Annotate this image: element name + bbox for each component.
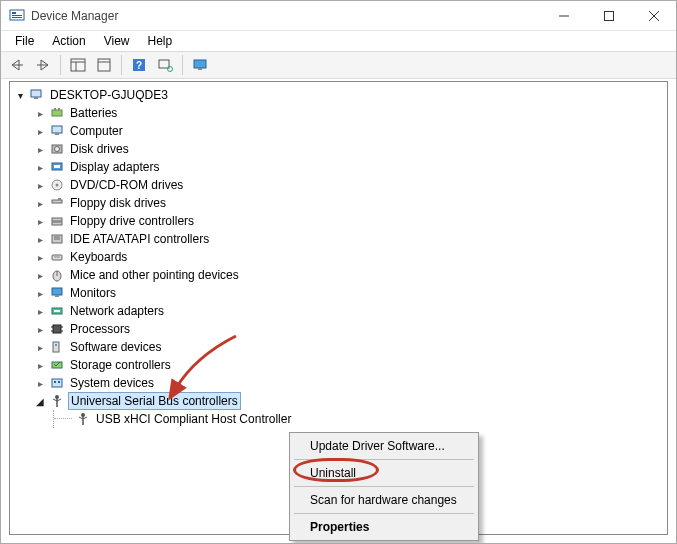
ide-ata-icon [49,231,65,247]
expand-icon[interactable]: ▸ [34,162,46,173]
collapse-icon[interactable]: ◢ [34,396,46,407]
expand-icon[interactable]: ▸ [34,360,46,371]
menubar: File Action View Help [1,31,676,51]
svg-point-33 [56,184,59,187]
expand-icon[interactable]: ▸ [34,270,46,281]
svg-rect-31 [54,165,60,168]
expand-icon[interactable]: ▸ [34,144,46,155]
tree-category-monitors[interactable]: ▸Monitors [12,284,665,302]
floppy-disk-icon [49,195,65,211]
tree-category-label: Batteries [68,105,119,121]
help-button[interactable]: ? [127,54,151,76]
tree-category-label: Software devices [68,339,163,355]
svg-rect-2 [12,15,22,16]
tree-category-usb[interactable]: ◢ Universal Serial Bus controllers [12,392,665,410]
svg-rect-23 [52,110,62,116]
tree-device-usb-xhci[interactable]: USB xHCI Compliant Host Controller [54,410,665,428]
titlebar: Device Manager [1,1,676,31]
tree-category-mice[interactable]: ▸Mice and other pointing devices [12,266,665,284]
tree-category-batteries[interactable]: ▸Batteries [12,104,665,122]
svg-rect-19 [194,60,206,68]
tree-category-label: Keyboards [68,249,129,265]
menu-view[interactable]: View [96,32,138,50]
tree-category-floppy-controller[interactable]: ▸Floppy drive controllers [12,212,665,230]
svg-rect-59 [58,381,60,383]
processors-icon [49,321,65,337]
expand-icon[interactable]: ▸ [34,324,46,335]
tree-category-software[interactable]: ▸Software devices [12,338,665,356]
toolbar-separator [121,55,122,75]
tree-category-dvd-cdrom[interactable]: ▸DVD/CD-ROM drives [12,176,665,194]
svg-rect-57 [52,379,62,387]
menu-help[interactable]: Help [140,32,181,50]
tree-category-label: Disk drives [68,141,131,157]
window-title: Device Manager [31,9,541,23]
svg-rect-3 [12,17,22,18]
context-menu-update[interactable]: Update Driver Software... [292,436,476,456]
expand-icon[interactable]: ▸ [34,288,46,299]
dvd-cdrom-icon [49,177,65,193]
tree-category-label: Computer [68,123,125,139]
expand-icon[interactable]: ▸ [34,216,46,227]
context-menu-scan[interactable]: Scan for hardware changes [292,490,476,510]
forward-button[interactable] [31,54,55,76]
usb-device-icon [75,411,91,427]
properties-button[interactable] [92,54,116,76]
tree-category-computer[interactable]: ▸Computer [12,122,665,140]
expand-icon[interactable]: ▸ [34,108,46,119]
monitors-icon [49,285,65,301]
svg-rect-17 [159,60,169,68]
svg-rect-35 [58,198,61,200]
svg-rect-48 [54,310,60,312]
menu-file[interactable]: File [7,32,42,50]
context-menu-properties[interactable]: Properties [292,517,476,537]
expand-icon[interactable]: ▸ [34,306,46,317]
expand-icon[interactable]: ▸ [34,342,46,353]
expand-icon[interactable]: ▸ [34,198,46,209]
tree-connector [54,410,72,419]
tree-category-disk-drives[interactable]: ▸Disk drives [12,140,665,158]
back-button[interactable] [5,54,29,76]
tree-category-label: Floppy disk drives [68,195,168,211]
svg-rect-26 [52,126,62,133]
expand-icon[interactable]: ▸ [34,252,46,263]
expand-icon[interactable]: ▸ [34,234,46,245]
tree-category-processors[interactable]: ▸Processors [12,320,665,338]
expand-icon[interactable]: ▸ [34,180,46,191]
monitor-button[interactable] [188,54,212,76]
tree-category-label: System devices [68,375,156,391]
expand-icon[interactable]: ▸ [34,126,46,137]
tree-category-label: Processors [68,321,132,337]
device-tree[interactable]: ▾ DESKTOP-GJUQDE3 ▸Batteries▸Computer▸Di… [10,82,667,432]
tree-category-ide-ata[interactable]: ▸IDE ATA/ATAPI controllers [12,230,665,248]
menu-action[interactable]: Action [44,32,93,50]
svg-rect-21 [31,90,41,97]
tree-device-label: USB xHCI Compliant Host Controller [94,411,293,427]
scan-hardware-button[interactable] [153,54,177,76]
disk-drives-icon [49,141,65,157]
tree-root[interactable]: ▾ DESKTOP-GJUQDE3 [12,86,665,104]
context-menu-separator [294,459,474,460]
tree-category-system[interactable]: ▸System devices [12,374,665,392]
minimize-button[interactable] [541,1,586,30]
tree-category-keyboards[interactable]: ▸Keyboards [12,248,665,266]
expand-icon[interactable]: ▾ [14,90,26,101]
svg-point-29 [55,147,60,152]
tree-category-label: Display adapters [68,159,161,175]
svg-rect-37 [52,222,62,225]
tree-category-storage[interactable]: ▸Storage controllers [12,356,665,374]
show-hide-tree-button[interactable] [66,54,90,76]
context-menu-uninstall[interactable]: Uninstall [292,463,476,483]
app-icon [9,8,25,24]
tree-category-network[interactable]: ▸Network adapters [12,302,665,320]
tree-category-label: Mice and other pointing devices [68,267,241,283]
tree-category-floppy-disk[interactable]: ▸Floppy disk drives [12,194,665,212]
maximize-button[interactable] [586,1,631,30]
tree-category-label: Monitors [68,285,118,301]
tree-category-display-adapters[interactable]: ▸Display adapters [12,158,665,176]
system-icon [49,375,65,391]
close-button[interactable] [631,1,676,30]
context-menu-separator [294,513,474,514]
expand-icon[interactable]: ▸ [34,378,46,389]
svg-rect-49 [53,325,61,333]
